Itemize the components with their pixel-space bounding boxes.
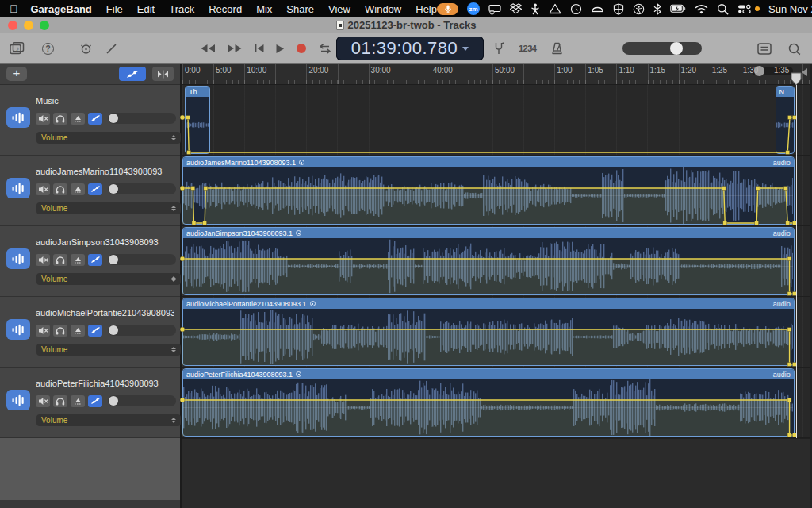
figure-icon[interactable] — [530, 3, 540, 15]
accessibility-icon[interactable] — [633, 3, 645, 15]
menu-item-mix[interactable]: Mix — [256, 3, 272, 15]
track-automation-button[interactable] — [88, 325, 102, 337]
track-volume-slider[interactable] — [108, 113, 176, 124]
menu-item-edit[interactable]: Edit — [137, 3, 155, 15]
menu-item-window[interactable]: Window — [365, 3, 401, 15]
input-monitoring-button[interactable] — [71, 113, 85, 125]
track-lanes[interactable]: The 25t New audioJamesMarino11043908093.… — [182, 85, 810, 438]
track-volume-knob[interactable] — [109, 255, 118, 264]
audio-track-icon[interactable] — [6, 248, 30, 269]
apple-menu-icon[interactable]:  — [10, 2, 18, 15]
record-button[interactable] — [296, 43, 307, 54]
mute-button[interactable] — [36, 395, 50, 407]
menu-item-help[interactable]: Help — [416, 3, 437, 15]
track-header[interactable]: Music Volume — [0, 85, 180, 156]
count-in-button[interactable]: 1234 — [519, 44, 536, 53]
audio-region[interactable]: audioJamesMarino11043908093.1 audio — [182, 156, 795, 225]
keyboard-badge-icon[interactable] — [488, 3, 501, 15]
track-volume-knob[interactable] — [109, 325, 118, 335]
track-header[interactable]: audioPeterFilichia41043908093 Volume — [0, 368, 180, 438]
zoom-app-icon[interactable]: zm — [467, 2, 480, 15]
audio-region[interactable]: New — [776, 86, 795, 154]
drive-icon[interactable] — [549, 3, 561, 14]
search-icon[interactable] — [717, 3, 729, 15]
track-volume-knob[interactable] — [109, 184, 118, 194]
time-machine-icon[interactable] — [570, 3, 582, 15]
lcd-display[interactable]: 01:39:00.780 — [336, 37, 484, 60]
audio-region[interactable]: audioJanSimpson31043908093.1 audio — [182, 227, 795, 295]
region-header[interactable]: audioJamesMarino11043908093.1 audio — [183, 157, 794, 167]
menu-item-share[interactable]: Share — [286, 3, 314, 15]
metronome-button[interactable] — [550, 42, 564, 55]
time-ruler[interactable]: 0:005:0010:0020:0030:0040:0050:001:001:0… — [182, 64, 810, 85]
audio-track-icon[interactable] — [6, 319, 30, 340]
menu-item-record[interactable]: Record — [209, 3, 242, 15]
mute-button[interactable] — [36, 183, 50, 195]
show-automation-button[interactable] — [119, 67, 146, 81]
audio-track-icon[interactable] — [6, 178, 30, 198]
add-track-button[interactable]: + — [6, 67, 27, 81]
editors-button[interactable] — [105, 43, 117, 55]
catch-playhead-button[interactable] — [152, 67, 174, 81]
input-monitoring-button[interactable] — [71, 254, 85, 266]
master-volume-knob[interactable] — [670, 42, 683, 55]
menu-bar-clock[interactable]: Sun Nov 23 12:09 PM — [768, 3, 812, 15]
mute-button[interactable] — [36, 325, 50, 337]
automation-parameter-select[interactable]: Volume — [36, 132, 181, 144]
mute-button[interactable] — [36, 254, 50, 266]
track-name[interactable]: audioMichaelPortantie21043908093 — [36, 308, 174, 318]
go-to-beginning-button[interactable] — [254, 44, 264, 53]
battery-icon[interactable] — [670, 4, 686, 13]
keyboard-icon[interactable] — [591, 4, 604, 14]
track-header[interactable]: audioJamesMarino11043908093 Volume — [0, 156, 180, 226]
solo-button[interactable] — [53, 325, 67, 337]
track-volume-slider[interactable] — [108, 183, 176, 194]
automation-parameter-select[interactable]: Volume — [36, 414, 181, 426]
region-header[interactable]: The 25t — [186, 87, 209, 97]
automation-parameter-select[interactable]: Volume — [36, 344, 181, 356]
quick-help-button[interactable]: ? — [42, 43, 54, 55]
track-name[interactable]: audioJanSimpson31043908093 — [36, 237, 174, 247]
play-button[interactable] — [275, 44, 285, 54]
track-volume-slider[interactable] — [108, 395, 176, 406]
track-name[interactable]: Music — [36, 96, 174, 106]
solo-button[interactable] — [53, 254, 67, 266]
tuner-button[interactable] — [493, 42, 504, 55]
dropbox-icon[interactable] — [510, 3, 522, 14]
shield-icon[interactable] — [613, 3, 624, 15]
cycle-button[interactable] — [318, 44, 332, 54]
audio-track-icon[interactable] — [6, 107, 30, 128]
menu-item-track[interactable]: Track — [169, 3, 194, 15]
menu-item-view[interactable]: View — [328, 3, 350, 15]
track-automation-button[interactable] — [88, 254, 102, 266]
region-header[interactable]: New — [776, 87, 794, 97]
smart-controls-button[interactable] — [79, 42, 93, 56]
track-volume-slider[interactable] — [108, 254, 176, 265]
solo-button[interactable] — [53, 113, 67, 125]
track-header[interactable]: audioJanSimpson31043908093 Volume — [0, 226, 180, 297]
track-automation-button[interactable] — [88, 183, 102, 195]
input-monitoring-button[interactable] — [71, 395, 85, 407]
rewind-button[interactable] — [200, 44, 216, 53]
audio-region[interactable]: audioMichaelPortantie21043908093.1 audio — [182, 298, 795, 366]
mute-button[interactable] — [36, 113, 50, 125]
bluetooth-icon[interactable] — [653, 3, 661, 15]
region-header[interactable]: audioMichaelPortantie21043908093.1 audio — [183, 298, 794, 309]
fast-forward-button[interactable] — [227, 44, 243, 53]
track-volume-slider[interactable] — [108, 325, 176, 336]
automation-line[interactable] — [182, 117, 795, 152]
region-header[interactable]: audioPeterFilichia41043908093.1 audio — [183, 369, 794, 379]
track-volume-knob[interactable] — [109, 114, 118, 123]
waveform-zoom-disclosure-icon[interactable] — [802, 68, 807, 76]
wifi-icon[interactable] — [695, 4, 708, 14]
library-button[interactable]: ♪ — [10, 42, 25, 55]
region-header[interactable]: audioJanSimpson31043908093.1 audio — [183, 228, 794, 238]
lcd-mode-chevron-icon[interactable] — [462, 47, 469, 51]
track-automation-button[interactable] — [88, 395, 102, 407]
track-header[interactable]: audioMichaelPortantie21043908093 Volume — [0, 297, 180, 368]
track-automation-button[interactable] — [88, 113, 102, 125]
track-name[interactable]: audioJamesMarino11043908093 — [36, 167, 174, 176]
master-volume-slider[interactable] — [622, 42, 702, 55]
automation-parameter-select[interactable]: Volume — [36, 202, 181, 214]
microphone-status-pill[interactable] — [437, 3, 458, 15]
